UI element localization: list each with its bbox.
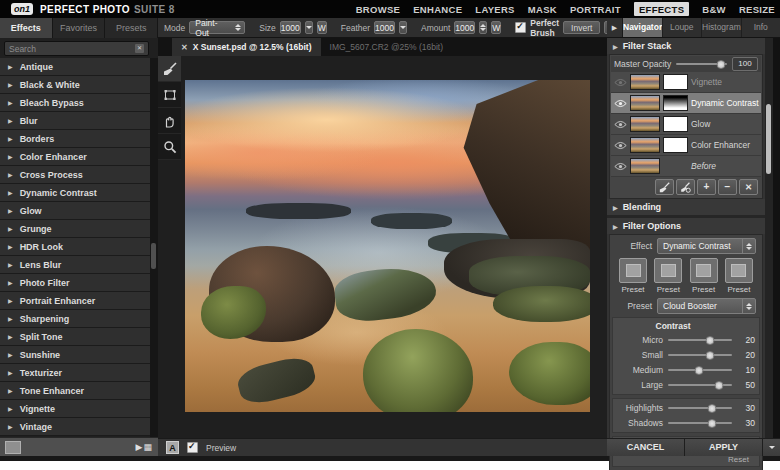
apply-button[interactable]: APPLY [685, 439, 763, 456]
document-tab-sunset[interactable]: ✕X Sunset.psd @ 12.5% (16bit) [172, 38, 321, 56]
eye-icon[interactable] [613, 162, 627, 171]
remove-filter-button[interactable]: − [718, 179, 737, 195]
eye-icon[interactable] [613, 99, 627, 108]
menu-resize[interactable]: RESIZE [739, 4, 775, 15]
effect-select[interactable]: Dynamic Contrast [657, 238, 756, 254]
sidebar-item-glow[interactable]: Glow [0, 202, 150, 220]
slider-handle[interactable] [705, 351, 714, 360]
eye-icon[interactable] [613, 78, 627, 87]
amount-stepper[interactable] [479, 21, 487, 34]
invert-button[interactable]: Invert [563, 21, 600, 34]
amount-input[interactable]: 1000 [454, 21, 475, 34]
document-tab-img5607[interactable]: IMG_5607.CR2 @25% (16bit) [321, 38, 453, 56]
scrollbar-thumb[interactable] [151, 243, 156, 269]
preset-button-3[interactable]: Preset [690, 258, 718, 294]
sidebar-item-bleach-bypass[interactable]: Bleach Bypass [0, 94, 150, 112]
apply-options-button[interactable] [763, 439, 780, 456]
add-filter-button[interactable]: + [697, 179, 716, 195]
cancel-button[interactable]: CANCEL [607, 439, 685, 456]
slider-handle[interactable] [707, 404, 716, 413]
sidebar-item-dynamic-contrast[interactable]: Dynamic Contrast [0, 184, 150, 202]
sidebar-item-lens-blur[interactable]: Lens Blur [0, 256, 150, 274]
layer-row-before[interactable]: Before [611, 156, 761, 177]
sidebar-item-borders[interactable]: Borders [0, 130, 150, 148]
zoom-tool[interactable] [158, 134, 181, 160]
medium-slider[interactable] [668, 369, 732, 371]
sidebar-item-antique[interactable]: Antique [0, 58, 150, 76]
menu-effects[interactable]: EFFECTS [634, 2, 689, 16]
filter-options-header[interactable]: Filter Options [607, 218, 765, 234]
search-input[interactable]: Search ✕ [4, 41, 149, 56]
slider-handle[interactable] [716, 60, 725, 69]
sidebar-scrollbar[interactable] [150, 58, 158, 437]
feather-input[interactable]: 1000 [374, 21, 395, 34]
small-slider[interactable] [668, 354, 732, 356]
master-opacity-value[interactable]: 100 [732, 57, 758, 71]
right-panel-scrollbar[interactable] [765, 38, 773, 456]
tab-favorites[interactable]: Favorites [53, 18, 106, 38]
sidebar-item-split-tone[interactable]: Split Tone [0, 328, 150, 346]
slider-handle[interactable] [714, 381, 723, 390]
tab-loupe[interactable]: Loupe [663, 18, 703, 37]
menu-bw[interactable]: B&W [702, 4, 726, 15]
masking-bug-tool[interactable] [158, 82, 181, 108]
preview-checkbox[interactable] [187, 442, 198, 453]
size-input[interactable]: 1000 [280, 21, 301, 34]
shadows-slider[interactable] [668, 422, 732, 424]
sidebar-item-black-white[interactable]: Black & White [0, 76, 150, 94]
mode-select[interactable]: Paint-Out [189, 21, 245, 34]
hand-tool[interactable] [158, 108, 181, 134]
feather-dropdown-button[interactable] [399, 21, 407, 34]
layer-row-vignette[interactable]: Vignette [611, 72, 761, 93]
sidebar-item-portrait-enhancer[interactable]: Portrait Enhancer [0, 292, 150, 310]
clear-search-icon[interactable]: ✕ [135, 44, 144, 53]
scrollbar-thumb[interactable] [766, 104, 771, 174]
large-slider[interactable] [668, 384, 732, 386]
sidebar-item-vintage[interactable]: Vintage [0, 418, 150, 436]
slider-handle[interactable] [694, 366, 703, 375]
menu-layers[interactable]: LAYERS [475, 4, 514, 15]
sidebar-item-sunshine[interactable]: Sunshine [0, 346, 150, 364]
slider-handle[interactable] [707, 419, 716, 428]
masking-bug-button[interactable] [676, 179, 695, 195]
close-icon[interactable]: ✕ [181, 43, 188, 52]
sidebar-item-color-enhancer[interactable]: Color Enhancer [0, 148, 150, 166]
menu-mask[interactable]: MASK [528, 4, 557, 15]
size-dropdown-button[interactable] [305, 21, 313, 34]
tab-info[interactable]: Info [742, 18, 780, 37]
highlights-slider[interactable] [668, 407, 732, 409]
sidebar-item-blur[interactable]: Blur [0, 112, 150, 130]
perfect-brush-checkbox[interactable] [515, 22, 526, 33]
size-w-button[interactable]: W [317, 21, 327, 34]
micro-slider[interactable] [668, 339, 732, 341]
tab-presets[interactable]: Presets [105, 18, 158, 38]
menu-enhance[interactable]: ENHANCE [413, 4, 462, 15]
blending-header[interactable]: Blending [607, 199, 765, 215]
menu-portrait[interactable]: PORTRAIT [570, 4, 621, 15]
panel-toggle-icon[interactable]: ▶▦ [136, 442, 153, 452]
sidebar-item-texturizer[interactable]: Texturizer [0, 364, 150, 382]
eye-icon[interactable] [613, 120, 627, 129]
sidebar-item-photo-filter[interactable]: Photo Filter [0, 274, 150, 292]
layer-row-dynamic-contrast[interactable]: Dynamic Contrast [611, 93, 761, 114]
master-opacity-slider[interactable] [676, 63, 727, 65]
sidebar-item-tone-enhancer[interactable]: Tone Enhancer [0, 382, 150, 400]
masking-brush-tool[interactable] [158, 56, 181, 82]
sidebar-item-hdr-look[interactable]: HDR Look [0, 238, 150, 256]
sidebar-item-cross-process[interactable]: Cross Process [0, 166, 150, 184]
menu-browse[interactable]: BROWSE [356, 4, 401, 15]
eye-icon[interactable] [613, 141, 627, 150]
tab-histogram[interactable]: Histogram [702, 18, 742, 37]
amount-w-button[interactable]: W [491, 21, 501, 34]
slider-handle[interactable] [705, 336, 714, 345]
sidebar-item-grunge[interactable]: Grunge [0, 220, 150, 238]
delete-filter-button[interactable]: ✕ [739, 179, 758, 195]
preset-button-2[interactable]: Preset [654, 258, 682, 294]
paint-filter-button[interactable] [655, 179, 674, 195]
photo-canvas[interactable] [185, 80, 590, 412]
tab-effects[interactable]: Effects [0, 18, 53, 38]
sidebar-item-sharpening[interactable]: Sharpening [0, 310, 150, 328]
tab-navigator[interactable]: Navigator [623, 18, 663, 37]
layer-row-glow[interactable]: Glow [611, 114, 761, 135]
thumbnail-size-button[interactable] [5, 441, 21, 454]
